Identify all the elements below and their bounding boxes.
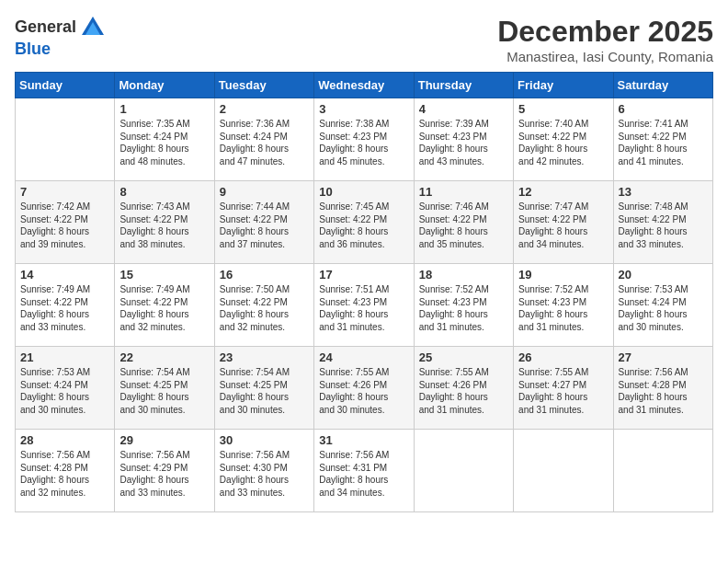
day-number: 27 [619,350,708,364]
calendar-cell: 9Sunrise: 7:44 AMSunset: 4:22 PMDaylight… [214,181,313,264]
calendar-cell: 30Sunrise: 7:56 AMSunset: 4:30 PMDayligh… [214,430,313,512]
calendar-cell [414,430,513,512]
calendar-cell: 27Sunrise: 7:56 AMSunset: 4:28 PMDayligh… [613,347,712,430]
day-info: Sunrise: 7:38 AMSunset: 4:23 PMDaylight:… [319,118,408,167]
calendar-cell: 7Sunrise: 7:42 AMSunset: 4:22 PMDaylight… [16,181,115,264]
calendar-cell [514,430,613,512]
calendar-week-row: 28Sunrise: 7:56 AMSunset: 4:28 PMDayligh… [16,430,713,512]
calendar-week-row: 14Sunrise: 7:49 AMSunset: 4:22 PMDayligh… [16,264,713,347]
day-number: 2 [220,102,309,116]
day-number: 16 [220,268,309,282]
day-info: Sunrise: 7:53 AMSunset: 4:24 PMDaylight:… [20,366,109,416]
weekday-header-tuesday: Tuesday [214,73,313,98]
title-section: December 2025 Manastirea, Iasi County, R… [497,15,713,64]
logo-blue-text: Blue [15,40,51,58]
day-info: Sunrise: 7:56 AMSunset: 4:28 PMDaylight:… [20,449,109,499]
calendar-week-row: 1Sunrise: 7:35 AMSunset: 4:24 PMDaylight… [16,98,713,181]
calendar-table: SundayMondayTuesdayWednesdayThursdayFrid… [15,72,713,512]
calendar-cell: 29Sunrise: 7:56 AMSunset: 4:29 PMDayligh… [115,430,214,512]
day-number: 17 [319,268,408,282]
day-info: Sunrise: 7:56 AMSunset: 4:31 PMDaylight:… [319,449,408,499]
month-title: December 2025 [497,15,713,49]
day-number: 23 [220,350,309,364]
day-info: Sunrise: 7:55 AMSunset: 4:26 PMDaylight:… [319,366,408,416]
calendar-cell: 25Sunrise: 7:55 AMSunset: 4:26 PMDayligh… [414,347,513,430]
day-number: 13 [619,185,708,199]
day-info: Sunrise: 7:56 AMSunset: 4:29 PMDaylight:… [119,449,209,499]
day-info: Sunrise: 7:54 AMSunset: 4:25 PMDaylight:… [119,366,209,416]
day-number: 21 [20,350,109,364]
weekday-header-sunday: Sunday [16,73,115,98]
day-number: 1 [119,102,209,116]
day-info: Sunrise: 7:46 AMSunset: 4:22 PMDaylight:… [419,201,508,250]
calendar-cell: 13Sunrise: 7:48 AMSunset: 4:22 PMDayligh… [613,181,712,264]
calendar-cell: 6Sunrise: 7:41 AMSunset: 4:22 PMDaylight… [613,98,712,181]
day-info: Sunrise: 7:52 AMSunset: 4:23 PMDaylight:… [419,283,508,333]
day-number: 14 [20,268,109,282]
calendar-cell: 17Sunrise: 7:51 AMSunset: 4:23 PMDayligh… [314,264,414,347]
day-info: Sunrise: 7:56 AMSunset: 4:30 PMDaylight:… [220,449,309,499]
day-number: 20 [619,268,708,282]
calendar-cell: 8Sunrise: 7:43 AMSunset: 4:22 PMDaylight… [115,181,214,264]
day-info: Sunrise: 7:49 AMSunset: 4:22 PMDaylight:… [20,283,109,333]
day-info: Sunrise: 7:35 AMSunset: 4:24 PMDaylight:… [119,118,209,167]
calendar-cell: 19Sunrise: 7:52 AMSunset: 4:23 PMDayligh… [514,264,613,347]
weekday-header-monday: Monday [115,73,214,98]
day-number: 9 [220,185,309,199]
day-number: 18 [419,268,508,282]
calendar-week-row: 21Sunrise: 7:53 AMSunset: 4:24 PMDayligh… [16,347,713,430]
day-info: Sunrise: 7:43 AMSunset: 4:22 PMDaylight:… [119,201,209,250]
day-number: 7 [20,185,109,199]
calendar-cell [613,430,712,512]
calendar-week-row: 7Sunrise: 7:42 AMSunset: 4:22 PMDaylight… [16,181,713,264]
weekday-header-saturday: Saturday [613,73,712,98]
calendar-cell: 5Sunrise: 7:40 AMSunset: 4:22 PMDaylight… [514,98,613,181]
calendar-cell: 10Sunrise: 7:45 AMSunset: 4:22 PMDayligh… [314,181,414,264]
day-info: Sunrise: 7:50 AMSunset: 4:22 PMDaylight:… [220,283,309,333]
logo-icon [80,15,106,40]
day-number: 5 [518,102,608,116]
calendar-cell: 26Sunrise: 7:55 AMSunset: 4:27 PMDayligh… [514,347,613,430]
day-number: 25 [419,350,508,364]
calendar-cell: 21Sunrise: 7:53 AMSunset: 4:24 PMDayligh… [16,347,115,430]
day-number: 19 [518,268,608,282]
calendar-cell: 4Sunrise: 7:39 AMSunset: 4:23 PMDaylight… [414,98,513,181]
day-number: 10 [319,185,408,199]
day-number: 30 [220,433,309,447]
calendar-cell: 2Sunrise: 7:36 AMSunset: 4:24 PMDaylight… [214,98,313,181]
day-info: Sunrise: 7:49 AMSunset: 4:22 PMDaylight:… [119,283,209,333]
day-info: Sunrise: 7:42 AMSunset: 4:22 PMDaylight:… [20,201,109,250]
day-number: 12 [518,185,608,199]
calendar-cell: 15Sunrise: 7:49 AMSunset: 4:22 PMDayligh… [115,264,214,347]
day-number: 31 [319,433,408,447]
location-subtitle: Manastirea, Iasi County, Romania [497,49,713,64]
day-number: 29 [119,433,209,447]
calendar-cell: 1Sunrise: 7:35 AMSunset: 4:24 PMDaylight… [115,98,214,181]
weekday-header-thursday: Thursday [414,73,513,98]
calendar-cell: 23Sunrise: 7:54 AMSunset: 4:25 PMDayligh… [214,347,313,430]
day-number: 28 [20,433,109,447]
day-number: 6 [619,102,708,116]
weekday-header-row: SundayMondayTuesdayWednesdayThursdayFrid… [16,73,713,98]
header: General Blue December 2025 Manastirea, I… [15,15,713,64]
calendar-cell: 20Sunrise: 7:53 AMSunset: 4:24 PMDayligh… [613,264,712,347]
calendar-cell [16,98,115,181]
day-info: Sunrise: 7:51 AMSunset: 4:23 PMDaylight:… [319,283,408,333]
day-number: 3 [319,102,408,116]
logo-general-text: General [15,18,76,37]
day-info: Sunrise: 7:40 AMSunset: 4:22 PMDaylight:… [518,118,608,167]
day-number: 8 [119,185,209,199]
day-info: Sunrise: 7:41 AMSunset: 4:22 PMDaylight:… [619,118,708,167]
calendar-cell: 22Sunrise: 7:54 AMSunset: 4:25 PMDayligh… [115,347,214,430]
day-number: 4 [419,102,508,116]
day-number: 24 [319,350,408,364]
weekday-header-wednesday: Wednesday [314,73,414,98]
day-info: Sunrise: 7:44 AMSunset: 4:22 PMDaylight:… [220,201,309,250]
day-info: Sunrise: 7:56 AMSunset: 4:28 PMDaylight:… [619,366,708,416]
day-info: Sunrise: 7:53 AMSunset: 4:24 PMDaylight:… [619,283,708,333]
day-number: 26 [518,350,608,364]
calendar-cell: 12Sunrise: 7:47 AMSunset: 4:22 PMDayligh… [514,181,613,264]
day-number: 15 [119,268,209,282]
day-info: Sunrise: 7:36 AMSunset: 4:24 PMDaylight:… [220,118,309,167]
day-info: Sunrise: 7:45 AMSunset: 4:22 PMDaylight:… [319,201,408,250]
